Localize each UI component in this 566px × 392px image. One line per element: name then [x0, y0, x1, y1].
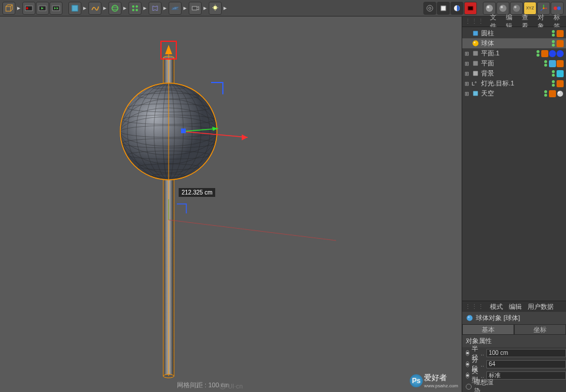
svg-point-78 [557, 91, 563, 97]
scene-canvas [0, 17, 462, 392]
floor-icon[interactable] [169, 2, 182, 15]
svg-point-17 [213, 6, 217, 9]
primitive-icon[interactable] [68, 2, 81, 15]
tree-tags[interactable] [549, 60, 564, 67]
tree-label: 平面.1 [481, 49, 534, 58]
main-toolbar: ▸ ▸ ▸ ▸ ▸ ▸ ▸ ▸ ▸ XYZ [0, 0, 566, 17]
attr-radio[interactable] [466, 373, 469, 378]
tab-coord[interactable]: 坐标 [514, 324, 566, 335]
tree-tags[interactable] [557, 30, 564, 37]
attr-menu-edit[interactable]: 编辑 [509, 302, 522, 311]
dropdown-icon[interactable]: ▸ [222, 2, 228, 15]
visibility-toggle[interactable] [552, 30, 555, 37]
svg-point-80 [467, 315, 473, 321]
attr-input[interactable] [486, 349, 566, 357]
record-icon[interactable] [22, 2, 35, 15]
object-tree[interactable]: 圆柱 球体 ⊞ 平面.1 ⊞ 平面 ⊞ 背景 ⊞ L° 灯光.目标.1 ⊞ 天空 [462, 27, 566, 116]
svg-point-36 [543, 7, 545, 9]
array-icon[interactable] [129, 2, 142, 15]
visibility-toggle[interactable] [537, 50, 539, 57]
expand-icon[interactable]: ⊞ [465, 61, 470, 67]
svg-point-27 [486, 5, 493, 12]
measurement-label: 212.325 cm [179, 188, 215, 197]
light-icon[interactable] [209, 2, 222, 15]
tree-tags[interactable] [557, 70, 564, 77]
dropdown-icon[interactable]: ▸ [162, 2, 168, 15]
ui-watermark: UI·cn [219, 383, 243, 390]
svg-point-79 [558, 91, 560, 93]
svg-rect-74 [473, 51, 478, 56]
svg-point-9 [136, 5, 138, 8]
svg-point-11 [136, 9, 138, 11]
expand-icon[interactable]: ⊞ [465, 51, 470, 57]
svg-rect-5 [72, 5, 78, 11]
deformer-icon[interactable] [149, 2, 162, 15]
visibility-toggle[interactable] [552, 70, 555, 77]
tree-tags[interactable] [557, 40, 564, 47]
tree-tags[interactable] [557, 80, 564, 87]
nurbs-icon[interactable] [108, 2, 121, 15]
visibility-toggle[interactable] [544, 60, 547, 67]
spline-icon[interactable] [88, 2, 101, 15]
cube-icon[interactable] [2, 2, 15, 15]
svg-rect-24 [441, 6, 446, 11]
attr-radio[interactable] [466, 361, 469, 367]
camera-icon[interactable] [189, 2, 202, 15]
ps-watermark: Ps 爱好者 www.psahz.com [410, 373, 458, 388]
render-active-icon[interactable] [464, 2, 477, 15]
render-half-icon[interactable] [450, 2, 463, 15]
svg-point-23 [429, 7, 431, 9]
svg-point-73 [474, 42, 476, 44]
tree-row[interactable]: ⊞ 天空 [462, 88, 566, 98]
attr-menu-mode[interactable]: 模式 [490, 302, 503, 311]
dropdown-icon[interactable]: ▸ [202, 2, 208, 15]
dropdown-icon[interactable]: ▸ [142, 2, 148, 15]
tab-basic[interactable]: 基本 [462, 324, 514, 335]
tree-tags[interactable] [541, 50, 564, 57]
svg-point-7 [112, 7, 118, 9]
svg-point-8 [132, 5, 134, 8]
tree-row[interactable]: ⊞ 背景 [462, 68, 566, 78]
viewport[interactable]: 212.325 cm 网格间距 : 100 cm UI·cn Ps 爱好者 ww… [0, 17, 462, 392]
tree-label: 球体 [481, 39, 549, 48]
svg-rect-0 [6, 6, 11, 11]
expand-icon[interactable]: ⊞ [465, 91, 470, 97]
expand-icon[interactable]: ⊞ [465, 81, 470, 87]
expand-icon[interactable]: ⊞ [465, 71, 470, 77]
svg-point-2 [26, 7, 28, 9]
render-view-icon[interactable] [423, 2, 436, 15]
tree-row[interactable]: ⊞ L° 灯光.目标.1 [462, 78, 566, 88]
tree-tags[interactable] [549, 90, 564, 97]
dropdown-icon[interactable]: ▸ [182, 2, 188, 15]
svg-point-31 [513, 5, 520, 12]
dropdown-icon[interactable]: ▸ [122, 2, 128, 15]
tree-row[interactable]: ⊞ 平面 [462, 58, 566, 68]
attr-radio[interactable] [466, 350, 469, 356]
svg-point-32 [514, 6, 516, 8]
tree-label: 天空 [481, 89, 541, 98]
tree-row[interactable]: 球体 [462, 38, 566, 48]
render-region-icon[interactable] [437, 2, 450, 15]
svg-point-38 [557, 6, 561, 10]
attr-menu-userdata[interactable]: 用户数据 [528, 302, 554, 311]
svg-point-6 [112, 5, 118, 11]
tree-row[interactable]: ⊞ 平面.1 [462, 48, 566, 58]
attr-radio[interactable] [466, 384, 472, 390]
object-panel-header: ⋮⋮⋮ 文件 编辑 查看 对象 标签 [462, 17, 566, 27]
attr-input[interactable] [486, 360, 566, 368]
play-icon[interactable] [36, 2, 49, 15]
attributes-panel: ⋮⋮⋮ 模式 编辑 用户数据 球体对象 [球体] 基本 坐标 对象属性 半径..… [462, 301, 566, 392]
tree-row[interactable]: 圆柱 [462, 28, 566, 38]
svg-rect-75 [473, 61, 478, 66]
dropdown-icon[interactable]: ▸ [16, 2, 22, 15]
svg-rect-77 [473, 91, 478, 96]
visibility-toggle[interactable] [552, 80, 555, 87]
attr-row: 理想渲染 [462, 381, 566, 392]
visibility-toggle[interactable] [552, 40, 555, 47]
dropdown-icon[interactable]: ▸ [82, 2, 88, 15]
attr-input[interactable] [486, 371, 566, 380]
visibility-toggle[interactable] [544, 90, 547, 97]
dropdown-icon[interactable]: ▸ [102, 2, 108, 15]
svg-point-72 [473, 41, 479, 47]
play-range-icon[interactable] [50, 2, 62, 15]
